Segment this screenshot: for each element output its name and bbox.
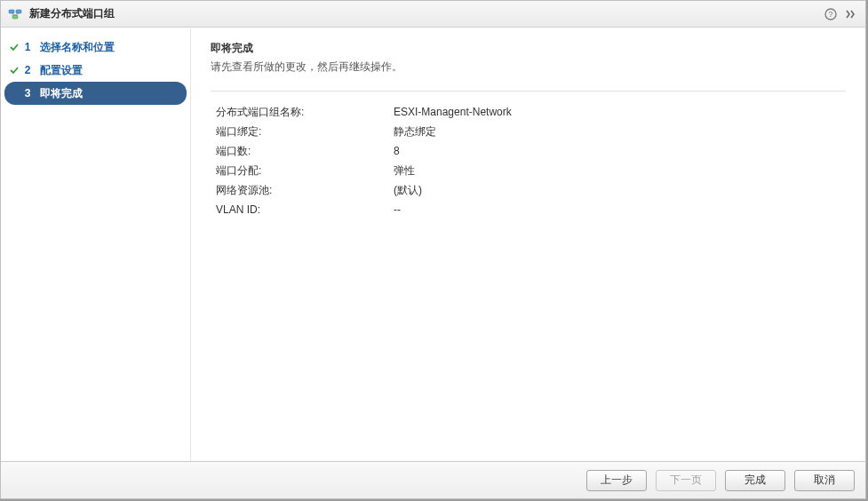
finish-button[interactable]: 完成 bbox=[725, 470, 785, 491]
summary-row-port-allocation: 端口分配: 弹性 bbox=[211, 161, 846, 180]
svg-line-4 bbox=[15, 13, 19, 15]
svg-rect-0 bbox=[9, 10, 14, 13]
page-title: 即将完成 bbox=[211, 41, 846, 56]
help-button[interactable]: ? bbox=[823, 6, 839, 22]
summary-panel: 即将完成 请先查看所做的更改，然后再继续操作。 分布式端口组名称: ESXI-M… bbox=[191, 28, 865, 461]
next-button: 下一页 bbox=[656, 470, 716, 491]
svg-rect-1 bbox=[16, 10, 21, 13]
summary-value: (默认) bbox=[394, 180, 422, 200]
summary-key: 分布式端口组名称: bbox=[216, 102, 394, 122]
summary-value: 弹性 bbox=[394, 161, 415, 180]
summary-row-network-resource-pool: 网络资源池: (默认) bbox=[211, 180, 846, 200]
svg-text:?: ? bbox=[828, 10, 832, 19]
summary-value: ESXI-Managent-Network bbox=[394, 102, 512, 122]
port-group-icon bbox=[8, 7, 22, 21]
window-title: 新建分布式端口组 bbox=[29, 6, 819, 21]
expand-right-button[interactable] bbox=[842, 6, 858, 22]
summary-row-vlan-id: VLAN ID: -- bbox=[211, 200, 846, 219]
summary-row-port-group-name: 分布式端口组名称: ESXI-Managent-Network bbox=[211, 102, 846, 122]
step-1-select-name-location[interactable]: 1 选择名称和位置 bbox=[1, 36, 190, 59]
back-button[interactable]: 上一步 bbox=[586, 470, 647, 491]
wizard-footer: 上一步 下一页 完成 取消 bbox=[1, 461, 865, 498]
horizontal-divider bbox=[211, 91, 846, 91]
wizard-steps: 1 选择名称和位置 2 配置设置 3 即将完成 bbox=[1, 28, 190, 461]
summary-row-port-binding: 端口绑定: 静态绑定 bbox=[211, 122, 846, 141]
step-number: 1 bbox=[20, 41, 35, 53]
summary-value: 8 bbox=[394, 141, 400, 161]
wizard-window: 新建分布式端口组 ? 1 选择名称和位置 bbox=[0, 0, 866, 499]
step-3-ready-to-complete: 3 即将完成 bbox=[4, 82, 187, 105]
step-label: 配置设置 bbox=[40, 63, 83, 78]
step-label: 选择名称和位置 bbox=[40, 40, 115, 55]
step-number: 2 bbox=[20, 64, 35, 76]
svg-line-3 bbox=[12, 13, 15, 15]
summary-key: 端口绑定: bbox=[216, 122, 394, 141]
step-2-configure-settings[interactable]: 2 配置设置 bbox=[1, 59, 190, 82]
summary-key: VLAN ID: bbox=[216, 200, 394, 219]
step-label: 即将完成 bbox=[40, 86, 83, 101]
check-icon bbox=[8, 65, 20, 76]
summary-key: 网络资源池: bbox=[216, 180, 394, 200]
step-number: 3 bbox=[20, 87, 35, 99]
summary-key: 端口数: bbox=[216, 141, 394, 161]
cancel-button[interactable]: 取消 bbox=[794, 470, 855, 491]
summary-value: 静态绑定 bbox=[394, 122, 436, 141]
titlebar: 新建分布式端口组 ? bbox=[1, 1, 865, 28]
summary-value: -- bbox=[394, 200, 401, 219]
check-icon bbox=[8, 42, 20, 52]
summary-key: 端口分配: bbox=[216, 161, 394, 180]
summary-row-port-count: 端口数: 8 bbox=[211, 141, 846, 161]
page-subtitle: 请先查看所做的更改，然后再继续操作。 bbox=[211, 60, 846, 75]
svg-rect-2 bbox=[12, 15, 18, 19]
